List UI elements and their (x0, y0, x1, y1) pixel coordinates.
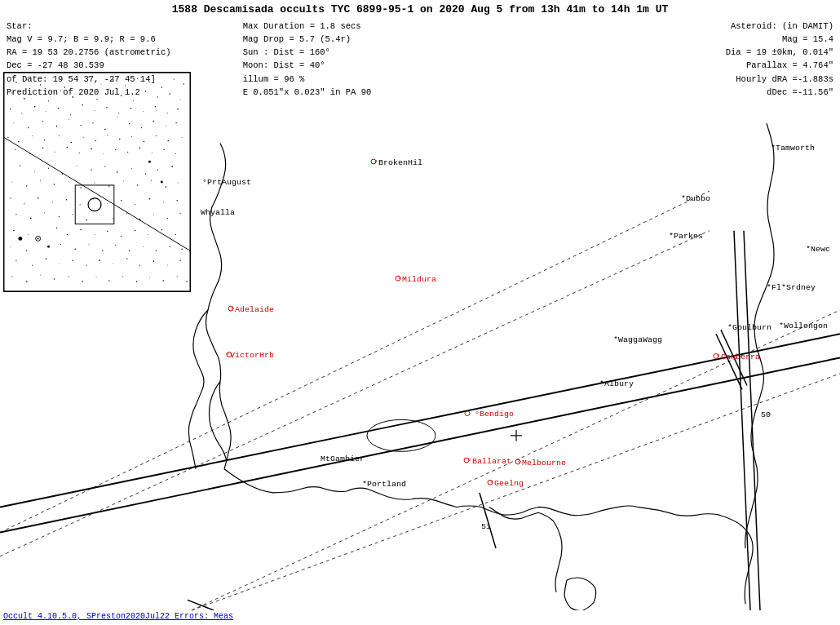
svg-point-163 (102, 250, 103, 251)
label-albury: *Albury (599, 379, 634, 388)
svg-point-37 (82, 104, 83, 106)
svg-point-160 (60, 244, 61, 245)
svg-point-53 (104, 129, 106, 131)
svg-line-210 (480, 493, 496, 548)
svg-point-118 (165, 186, 166, 188)
svg-point-75 (15, 149, 15, 150)
label-prtaugust: °PrtAugust (202, 178, 251, 187)
label-adelaide: °Adelaide (230, 305, 274, 314)
svg-point-131 (163, 202, 164, 202)
city-circles (227, 159, 718, 610)
star-mag: Mag V = 9.7; B = 9.9; R = 9.6 (7, 33, 243, 46)
asteroid-ddec: dDec =-11.56" (597, 86, 833, 99)
svg-point-87 (164, 149, 165, 150)
svg-point-117 (151, 180, 152, 180)
svg-point-26 (133, 100, 134, 101)
svg-point-96 (34, 171, 35, 172)
svg-point-191 (122, 276, 123, 277)
asteroid-parallax: Parallax = 4.764" (597, 59, 833, 72)
label-canberra: °Canberra (716, 352, 760, 361)
asteroid-col: Asteroid: (in DAMIT) Mag = 15.4 Dia = 19… (597, 20, 833, 100)
svg-point-149 (67, 234, 68, 235)
svg-point-183 (11, 276, 12, 277)
svg-point-64 (59, 135, 60, 136)
svg-point-164 (115, 245, 116, 246)
label-goulburn: *Goulburn (727, 323, 771, 332)
svg-point-186 (54, 278, 55, 279)
svg-point-155 (148, 234, 148, 235)
svg-point-99 (77, 166, 77, 166)
svg-point-101 (104, 166, 105, 167)
svg-point-111 (69, 181, 69, 182)
svg-point-110 (54, 184, 55, 185)
svg-point-88 (175, 153, 176, 154)
svg-point-80 (79, 153, 80, 153)
svg-point-63 (44, 140, 45, 140)
svg-point-154 (135, 230, 136, 232)
svg-point-97 (48, 168, 49, 169)
svg-point-78 (55, 152, 55, 153)
svg-point-120 (10, 197, 11, 198)
svg-point-83 (115, 149, 116, 150)
svg-point-196 (186, 281, 188, 282)
star-label: Star: (7, 20, 243, 33)
svg-point-33 (34, 106, 36, 108)
svg-point-57 (153, 121, 155, 122)
svg-point-60 (7, 137, 8, 138)
svg-line-204 (0, 334, 840, 507)
svg-point-66 (83, 137, 84, 138)
svg-point-136 (59, 216, 60, 217)
svg-point-182 (179, 259, 180, 260)
additional-lines (734, 231, 760, 610)
svg-point-168 (170, 246, 170, 247)
svg-point-73 (167, 140, 169, 142)
label-portland: *Portland (362, 480, 406, 489)
illum: illum = 96 % (243, 73, 598, 86)
svg-point-185 (40, 275, 41, 276)
svg-point-59 (175, 122, 176, 123)
title-bar: 1588 Descamisada occults TYC 6899-95-1 o… (3, 2, 837, 18)
svg-point-45 (177, 109, 179, 110)
svg-line-223 (744, 231, 760, 610)
svg-point-34 (46, 111, 46, 112)
svg-line-222 (734, 231, 750, 610)
svg-point-188 (82, 281, 83, 282)
footer-text: Occult 4.10.5.0, SPreston2020Jul22 Error… (3, 612, 233, 621)
svg-point-178 (126, 258, 127, 259)
svg-point-122 (38, 197, 39, 199)
svg-point-41 (130, 108, 132, 109)
svg-point-216 (465, 411, 470, 416)
svg-point-74 (182, 137, 183, 138)
svg-point-104 (145, 173, 146, 174)
svg-point-141 (126, 213, 127, 214)
svg-point-145 (180, 213, 181, 214)
svg-point-128 (121, 200, 122, 201)
svg-point-119 (178, 182, 179, 183)
footer: Occult 4.10.5.0, SPreston2020Jul22 Error… (0, 610, 840, 625)
svg-point-46 (13, 122, 14, 123)
max-duration-col: Max Duration = 1.8 secs Mag Drop = 5.7 (… (243, 20, 598, 100)
svg-point-42 (143, 111, 144, 112)
svg-point-167 (156, 250, 157, 251)
label-melbourne: °Melbourne (517, 459, 566, 468)
svg-point-86 (152, 153, 153, 153)
svg-point-58 (166, 126, 166, 126)
svg-point-194 (163, 280, 164, 281)
svg-point-144 (167, 218, 168, 219)
mag-drop: Mag Drop = 5.7 (5.4r) (243, 33, 598, 46)
svg-point-107 (11, 182, 12, 183)
svg-point-124 (66, 199, 67, 200)
svg-point-115 (123, 181, 124, 182)
svg-point-170 (15, 259, 16, 260)
svg-point-81 (91, 148, 92, 150)
svg-point-95 (20, 165, 20, 166)
svg-point-19 (48, 100, 49, 101)
svg-point-38 (95, 110, 95, 111)
svg-point-161 (74, 248, 76, 250)
svg-point-150 (80, 229, 82, 231)
main-container: 1588 Descamisada occults TYC 6899-95-1 o… (0, 0, 840, 625)
svg-point-175 (86, 265, 87, 266)
svg-point-138 (86, 219, 87, 221)
svg-point-61 (18, 141, 20, 143)
svg-point-36 (70, 114, 71, 115)
